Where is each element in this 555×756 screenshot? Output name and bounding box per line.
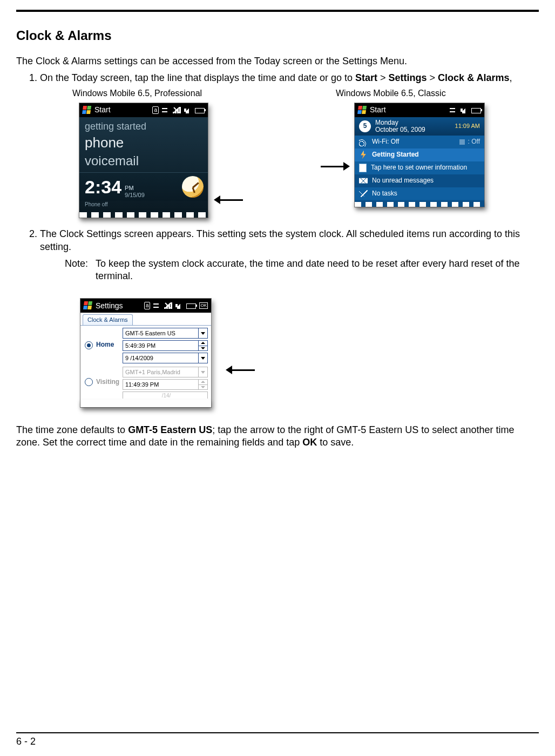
step1-sep1: >	[377, 72, 389, 83]
torn-edge	[355, 200, 484, 207]
torn-edge	[80, 400, 211, 407]
bluetooth-icon	[459, 139, 465, 145]
home-timezone-dropdown[interactable]: GMT-5 Eastern US	[123, 328, 208, 339]
keyboard-indicator-icon: a	[152, 106, 159, 114]
battery-icon	[195, 108, 205, 113]
pro-titlebar: Start a	[79, 103, 208, 117]
torn-edge	[79, 210, 208, 218]
speaker-icon	[461, 107, 468, 113]
home-time-value: 5:49:39 PM	[123, 340, 198, 351]
top-rule	[16, 10, 539, 12]
no-signal-icon	[164, 302, 172, 309]
home-time-spinner[interactable]	[198, 340, 208, 351]
step1-text-pre: On the Today screen, tap the line that d…	[40, 72, 355, 83]
chevron-down-icon	[198, 353, 207, 363]
cls-owner-row[interactable]: Tap here to set owner information	[355, 161, 484, 174]
pro-item-voicemail[interactable]: voicemail	[79, 152, 208, 172]
cls-owner: Tap here to set owner information	[371, 164, 467, 172]
section-heading: Clock & Alarms	[16, 28, 539, 43]
sync-icon	[153, 302, 161, 309]
cls-date-row[interactable]: 5 MondayOctober 05, 2009 11:09 AM	[355, 117, 484, 136]
set-title: Settings	[96, 301, 123, 310]
step1-settings: Settings	[389, 72, 427, 83]
pro-ampm: PM	[125, 185, 145, 191]
visiting-date-fragment: /14/	[123, 392, 208, 399]
battery-icon	[186, 303, 196, 309]
step1-post: ,	[510, 72, 512, 83]
step1-start: Start	[355, 72, 377, 83]
tab-clock-alarms[interactable]: Clock & Alarms	[83, 314, 133, 325]
pro-clock-row[interactable]: 2:34 PM 9/15/09	[79, 172, 208, 201]
chevron-down-icon	[198, 328, 207, 338]
cls-time: 11:09 AM	[455, 122, 480, 130]
home-date-dropdown[interactable]: 9 /14/2009	[123, 353, 208, 363]
sync-icon	[450, 107, 457, 113]
battery-icon	[471, 108, 481, 113]
cls-date: October 05, 2009	[375, 126, 425, 133]
set-titlebar: Settings a OK	[80, 299, 211, 313]
note-text: To keep the system clock accurate, the t…	[96, 258, 539, 283]
visiting-radio-row[interactable]: Visiting	[80, 364, 123, 400]
cls-tasks-row[interactable]: No tasks	[355, 187, 484, 200]
arrow-to-date-row	[321, 162, 350, 171]
speaker-icon	[175, 302, 183, 309]
ok-button[interactable]: OK	[199, 302, 208, 309]
closing-pre: The time zone defaults to	[16, 424, 128, 435]
windows-flag-icon	[83, 301, 93, 310]
windows-flag-icon	[82, 106, 92, 114]
cls-titlebar: Start	[355, 103, 484, 117]
chevron-down-icon	[198, 367, 207, 377]
screenshot-professional: Start a g	[79, 103, 208, 219]
closing-post: to save.	[317, 437, 354, 448]
arrow-to-clock-row	[214, 195, 243, 204]
arrow-to-timezone	[226, 366, 255, 374]
closing-tz: GMT-5 Eastern US	[128, 424, 212, 435]
cls-title: Start	[370, 105, 386, 114]
getting-started-icon	[359, 151, 368, 159]
home-radio[interactable]	[85, 341, 93, 349]
wifi-icon	[359, 138, 368, 146]
home-radio-row[interactable]: Home	[80, 326, 123, 364]
visiting-label: Visiting	[96, 378, 119, 387]
cls-wifi-row[interactable]: Wi-Fi: Off : Off	[355, 136, 484, 148]
analog-clock-icon	[182, 176, 204, 198]
visiting-time-field[interactable]: 11:49:39 PM	[123, 379, 208, 390]
no-signal-icon	[173, 107, 181, 113]
cls-messages-row[interactable]: No unread messages	[355, 174, 484, 187]
home-time-field[interactable]: 5:49:39 PM	[123, 340, 208, 351]
cls-tasks: No tasks	[372, 190, 397, 198]
visiting-timezone-value: GMT+1 Paris,Madrid	[125, 368, 180, 376]
step1-clockalarms: Clock & Alarms	[438, 72, 509, 83]
pro-time: 2:34	[85, 175, 121, 199]
cls-wifi-left: Wi-Fi: Off	[372, 138, 399, 146]
windows-flag-icon	[357, 106, 367, 114]
keyboard-indicator-icon: a	[144, 302, 151, 309]
visiting-radio[interactable]	[85, 378, 93, 386]
pro-phone-status: Phone off	[79, 201, 208, 210]
intro-paragraph: The Clock & Alarms settings can be acces…	[16, 55, 539, 68]
pro-item-phone[interactable]: phone	[79, 134, 208, 152]
closing-ok: OK	[302, 437, 317, 448]
visiting-time-value: 11:49:39 PM	[123, 379, 198, 390]
visiting-time-spinner[interactable]	[198, 379, 208, 390]
screenshot-settings: Settings a OK Clock & Alarms	[80, 298, 212, 408]
sync-icon	[162, 107, 170, 113]
figure-row: Windows Mobile 6.5, Professional Start a	[72, 88, 539, 218]
step1-sep2: >	[427, 72, 438, 83]
cls-getting-started-row[interactable]: Getting Started	[355, 148, 484, 161]
cls-messages: No unread messages	[372, 177, 434, 185]
cls-wifi-right: : Off	[468, 138, 480, 146]
visiting-timezone-dropdown[interactable]: GMT+1 Paris,Madrid	[123, 367, 208, 377]
note-label: Note:	[65, 258, 88, 283]
steps-list: On the Today screen, tap the line that d…	[16, 72, 539, 408]
calendar-icon: 5	[359, 120, 371, 132]
owner-icon	[359, 164, 367, 172]
step2-text: The Clock Settings screen appears. This …	[40, 228, 520, 252]
closing-paragraph: The time zone defaults to GMT-5 Eastern …	[16, 424, 539, 449]
figure-label-classic: Windows Mobile 6.5, Classic	[336, 88, 446, 99]
cls-getting-started: Getting Started	[372, 151, 419, 159]
step-1: On the Today screen, tap the line that d…	[40, 72, 539, 218]
footer-rule	[16, 732, 539, 733]
pro-item-getting-started[interactable]: getting started	[79, 117, 208, 134]
mail-icon	[359, 177, 368, 185]
